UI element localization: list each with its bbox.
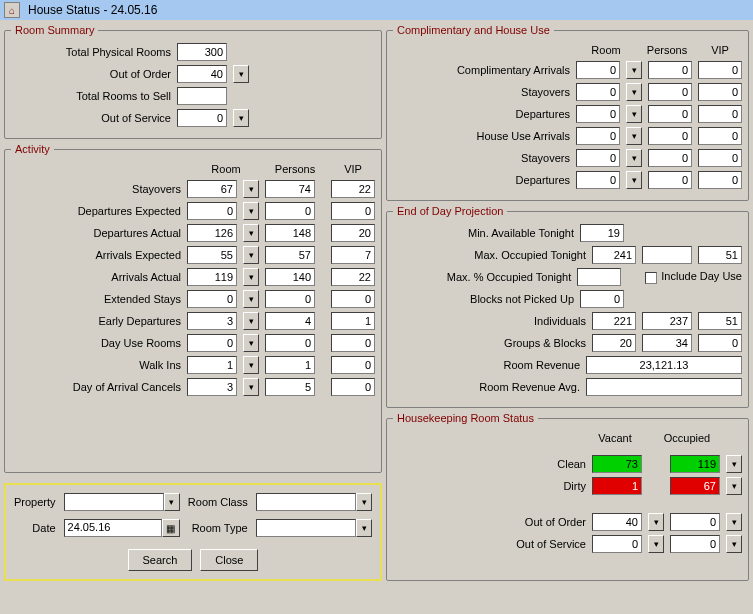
comp-row-dropdown[interactable]: ▾: [626, 83, 642, 101]
comp-row-persons: 0: [648, 83, 692, 101]
individuals-persons: 237: [642, 312, 692, 330]
activity-row-vip: 20: [331, 224, 375, 242]
filter-panel: Property ▾ Room Class ▾ Date 24.05.16 ▦ …: [4, 483, 382, 581]
activity-row-room: 0: [187, 290, 237, 308]
activity-row-label: Day of Arrival Cancels: [73, 381, 181, 393]
include-day-use-checkbox[interactable]: Include Day Use: [645, 270, 742, 283]
hk-ooo-occupied-dropdown[interactable]: ▾: [726, 513, 742, 531]
housekeeping-group: Housekeeping Room Status Vacant Occupied…: [386, 412, 749, 581]
activity-row-dropdown[interactable]: ▾: [243, 378, 259, 396]
comp-row-dropdown[interactable]: ▾: [626, 149, 642, 167]
room-summary-legend: Room Summary: [11, 24, 98, 36]
hk-ooo-vacant: 40: [592, 513, 642, 531]
property-input[interactable]: [64, 493, 164, 511]
hk-header-occupied: Occupied: [654, 432, 720, 450]
out-of-order-label: Out of Order: [110, 68, 171, 80]
window-titlebar: ⌂ House Status - 24.05.16: [0, 0, 753, 20]
max-pct-value: [577, 268, 621, 286]
activity-row-vip: 0: [331, 290, 375, 308]
room-revenue-label: Room Revenue: [504, 359, 580, 371]
hk-clean-label: Clean: [557, 458, 586, 470]
activity-row-dropdown[interactable]: ▾: [243, 312, 259, 330]
activity-row-room: 3: [187, 312, 237, 330]
activity-row-dropdown[interactable]: ▾: [243, 290, 259, 308]
hk-clean-dropdown[interactable]: ▾: [726, 455, 742, 473]
comp-row-dropdown[interactable]: ▾: [626, 127, 642, 145]
activity-row-room: 0: [187, 202, 237, 220]
comp-row-dropdown[interactable]: ▾: [626, 171, 642, 189]
activity-header-room: Room: [193, 163, 259, 175]
activity-row: Walk Ins1▾10: [11, 355, 375, 375]
comp-header-persons: Persons: [642, 44, 692, 56]
hk-clean-occupied: 119: [670, 455, 720, 473]
activity-row-room: 67: [187, 180, 237, 198]
activity-row-dropdown[interactable]: ▾: [243, 180, 259, 198]
comp-row: Stayovers0▾00: [393, 82, 742, 102]
calendar-icon[interactable]: ▦: [162, 519, 180, 537]
hk-oos-vacant-dropdown[interactable]: ▾: [648, 535, 664, 553]
hk-ooo-vacant-dropdown[interactable]: ▾: [648, 513, 664, 531]
comp-row-vip: 0: [698, 61, 742, 79]
activity-row: Extended Stays0▾00: [11, 289, 375, 309]
comp-row-room: 0: [576, 171, 620, 189]
activity-row-vip: 0: [331, 378, 375, 396]
blocks-not-picked-value: 0: [580, 290, 624, 308]
activity-row-dropdown[interactable]: ▾: [243, 356, 259, 374]
activity-row-room: 1: [187, 356, 237, 374]
activity-row-vip: 22: [331, 180, 375, 198]
individuals-room: 221: [592, 312, 636, 330]
comp-row-vip: 0: [698, 105, 742, 123]
activity-row-vip: 0: [331, 356, 375, 374]
room-class-dropdown[interactable]: ▾: [356, 493, 372, 511]
room-revenue-value: 23,121.13: [586, 356, 742, 374]
hk-oos-occupied-dropdown[interactable]: ▾: [726, 535, 742, 553]
comp-row-dropdown[interactable]: ▾: [626, 105, 642, 123]
comp-row-label: Stayovers: [521, 86, 570, 98]
out-of-order-dropdown[interactable]: ▾: [233, 65, 249, 83]
hk-dirty-dropdown[interactable]: ▾: [726, 477, 742, 495]
activity-row-label: Departures Expected: [78, 205, 181, 217]
max-occ-persons: [642, 246, 692, 264]
activity-row: Arrivals Expected55▾577: [11, 245, 375, 265]
comp-row-label: House Use Arrivals: [476, 130, 570, 142]
activity-row-persons: 74: [265, 180, 315, 198]
max-occ-vip: 51: [698, 246, 742, 264]
out-of-service-dropdown[interactable]: ▾: [233, 109, 249, 127]
activity-row-label: Departures Actual: [94, 227, 181, 239]
activity-row-dropdown[interactable]: ▾: [243, 268, 259, 286]
date-input[interactable]: 24.05.16: [64, 519, 162, 537]
activity-row: Departures Expected0▾00: [11, 201, 375, 221]
comp-row: House Use Arrivals0▾00: [393, 126, 742, 146]
activity-row-persons: 1: [265, 356, 315, 374]
activity-row: Arrivals Actual119▾14022: [11, 267, 375, 287]
property-dropdown[interactable]: ▾: [164, 493, 180, 511]
groups-blocks-label: Groups & Blocks: [504, 337, 586, 349]
comp-row-persons: 0: [648, 149, 692, 167]
activity-row-dropdown[interactable]: ▾: [243, 334, 259, 352]
activity-row-room: 3: [187, 378, 237, 396]
activity-row-vip: 0: [331, 202, 375, 220]
room-type-dropdown[interactable]: ▾: [356, 519, 372, 537]
hk-clean-vacant: 73: [592, 455, 642, 473]
activity-row: Day Use Rooms0▾00: [11, 333, 375, 353]
total-physical-rooms-value: 300: [177, 43, 227, 61]
activity-row-dropdown[interactable]: ▾: [243, 224, 259, 242]
activity-row: Stayovers67▾7422: [11, 179, 375, 199]
comp-row-persons: 0: [648, 171, 692, 189]
activity-row-dropdown[interactable]: ▾: [243, 202, 259, 220]
search-button[interactable]: Search: [128, 549, 193, 571]
comp-row-dropdown[interactable]: ▾: [626, 61, 642, 79]
out-of-service-label: Out of Service: [101, 112, 171, 124]
groups-blocks-room: 20: [592, 334, 636, 352]
hk-oos-label: Out of Service: [516, 538, 586, 550]
activity-row-label: Walk Ins: [139, 359, 181, 371]
comp-header-room: Room: [576, 44, 636, 56]
groups-blocks-persons: 34: [642, 334, 692, 352]
room-class-input[interactable]: [256, 493, 356, 511]
room-type-input[interactable]: [256, 519, 356, 537]
hk-ooo-occupied: 0: [670, 513, 720, 531]
activity-row-persons: 0: [265, 290, 315, 308]
activity-row-dropdown[interactable]: ▾: [243, 246, 259, 264]
close-button[interactable]: Close: [200, 549, 258, 571]
activity-group: Activity Room Persons VIP Stayovers67▾74…: [4, 143, 382, 473]
